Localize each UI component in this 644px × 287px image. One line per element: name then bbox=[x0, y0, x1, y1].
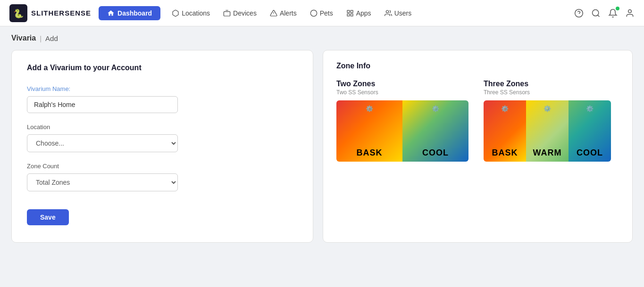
three-zones-diagram: ⚙️ BASK ⚙️ WARM ⚙️ COOL bbox=[484, 100, 611, 162]
warm-sensor-icon: ⚙️ bbox=[544, 105, 551, 112]
zone-option-three: Three Zones Three SS Sensors ⚙️ BASK ⚙️ … bbox=[484, 80, 611, 162]
user-icon-button[interactable] bbox=[625, 8, 635, 18]
locations-icon bbox=[172, 9, 179, 17]
navbar: 🐍 SLITHERSENSE Dashboard Locations Devic… bbox=[0, 0, 644, 26]
nav-item-apps[interactable]: Apps bbox=[341, 7, 377, 20]
devices-icon bbox=[223, 9, 231, 17]
brand-logo[interactable]: 🐍 SLITHERSENSE bbox=[9, 4, 91, 22]
two-zones-diagram: ⚙️ BASK ⚙️ COOL bbox=[336, 100, 468, 162]
vivarium-name-group: Vivarium Name: bbox=[27, 85, 298, 113]
two-zones-title: Two Zones bbox=[336, 80, 468, 88]
location-group: Location Choose... bbox=[27, 123, 298, 152]
nav-item-pets[interactable]: Pets bbox=[304, 7, 339, 20]
svg-rect-9 bbox=[351, 14, 353, 16]
apps-icon bbox=[346, 9, 354, 17]
nav-action-icons bbox=[574, 8, 635, 18]
two-zones-cool-segment: ⚙️ COOL bbox=[402, 100, 468, 162]
svg-point-11 bbox=[575, 9, 583, 17]
three-zones-title: Three Zones bbox=[484, 80, 611, 88]
user-icon bbox=[625, 8, 635, 18]
svg-point-5 bbox=[310, 10, 317, 16]
three-cool-sensor-icon: ⚙️ bbox=[586, 105, 594, 112]
zone-info-card: Zone Info Two Zones Two SS Sensors ⚙️ BA… bbox=[323, 50, 633, 243]
nav-item-users[interactable]: Users bbox=[379, 7, 418, 20]
svg-point-15 bbox=[628, 9, 632, 13]
nav-item-locations[interactable]: Locations bbox=[166, 7, 216, 20]
main-content: Add a Vivarium to your Account Vivarium … bbox=[0, 50, 644, 254]
svg-text:🐍: 🐍 bbox=[13, 8, 24, 19]
add-vivarium-card: Add a Vivarium to your Account Vivarium … bbox=[11, 50, 313, 243]
svg-line-14 bbox=[598, 15, 600, 16]
search-icon-button[interactable] bbox=[591, 8, 601, 18]
three-zones-warm-segment: ⚙️ WARM bbox=[526, 100, 569, 162]
three-bask-sensor-icon: ⚙️ bbox=[501, 105, 509, 112]
nav-item-devices[interactable]: Devices bbox=[217, 7, 262, 20]
two-zones-bask-segment: ⚙️ BASK bbox=[336, 100, 402, 162]
location-label: Location bbox=[27, 123, 298, 131]
three-cool-label: COOL bbox=[577, 148, 603, 158]
zone-options-row: Two Zones Two SS Sensors ⚙️ BASK ⚙️ COOL… bbox=[336, 80, 619, 162]
zone-count-group: Zone Count Total Zones 2 3 bbox=[27, 163, 298, 191]
svg-rect-6 bbox=[347, 10, 350, 13]
bask-label: BASK bbox=[356, 148, 382, 158]
alerts-icon bbox=[270, 9, 277, 17]
location-select[interactable]: Choose... bbox=[27, 134, 178, 152]
svg-rect-2 bbox=[224, 11, 230, 16]
three-zones-subtitle: Three SS Sensors bbox=[484, 89, 611, 96]
brand-icon: 🐍 bbox=[9, 4, 27, 22]
breadcrumb: Vivaria | Add bbox=[0, 26, 644, 50]
breadcrumb-current: Add bbox=[45, 34, 58, 42]
home-icon bbox=[107, 9, 115, 17]
svg-rect-8 bbox=[347, 14, 350, 16]
notifications-icon-button[interactable] bbox=[608, 8, 618, 18]
help-icon bbox=[574, 8, 584, 18]
zone-info-title: Zone Info bbox=[336, 62, 619, 70]
bask-sensor-icon: ⚙️ bbox=[366, 105, 373, 112]
search-icon bbox=[591, 8, 601, 18]
dashboard-button[interactable]: Dashboard bbox=[99, 6, 160, 20]
zone-count-label: Zone Count bbox=[27, 163, 298, 170]
two-zones-subtitle: Two SS Sensors bbox=[336, 89, 468, 96]
three-bask-label: BASK bbox=[492, 148, 518, 158]
notification-badge bbox=[616, 7, 619, 10]
svg-rect-7 bbox=[351, 10, 353, 13]
svg-point-10 bbox=[386, 10, 388, 13]
brand-name: SLITHERSENSE bbox=[31, 9, 91, 17]
save-button[interactable]: Save bbox=[27, 209, 69, 225]
cool-label: COOL bbox=[422, 148, 449, 158]
pets-icon bbox=[310, 9, 318, 17]
svg-point-13 bbox=[593, 9, 599, 16]
zone-count-select[interactable]: Total Zones 2 3 bbox=[27, 173, 178, 191]
breadcrumb-root[interactable]: Vivaria bbox=[11, 34, 36, 42]
warm-label: WARM bbox=[533, 148, 562, 158]
zone-option-two: Two Zones Two SS Sensors ⚙️ BASK ⚙️ COOL bbox=[336, 80, 468, 162]
vivarium-name-input[interactable] bbox=[27, 96, 178, 113]
cool-sensor-icon: ⚙️ bbox=[432, 105, 439, 112]
nav-item-alerts[interactable]: Alerts bbox=[264, 7, 302, 20]
form-title: Add a Vivarium to your Account bbox=[27, 64, 298, 72]
help-icon-button[interactable] bbox=[574, 8, 584, 18]
breadcrumb-separator: | bbox=[40, 34, 42, 42]
three-zones-bask-segment: ⚙️ BASK bbox=[484, 100, 526, 162]
three-zones-cool-segment: ⚙️ COOL bbox=[569, 100, 611, 162]
users-icon bbox=[385, 9, 392, 17]
vivarium-name-label: Vivarium Name: bbox=[27, 85, 298, 92]
